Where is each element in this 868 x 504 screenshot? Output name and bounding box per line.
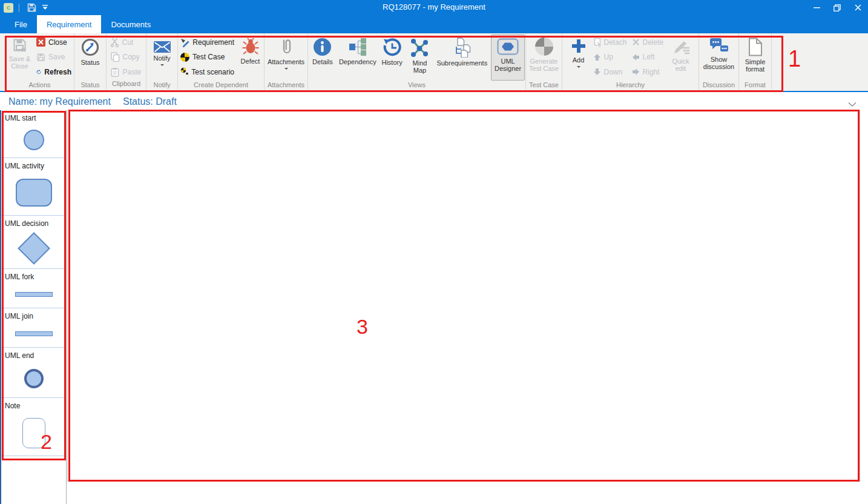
palette-item-uml-decision[interactable]: UML decision <box>1 216 66 269</box>
restore-button[interactable] <box>827 0 847 15</box>
ribbon-group-status: Status Status <box>74 33 107 90</box>
main-area: UML start UML activity UML decision UML … <box>0 110 868 504</box>
palette-item-uml-activity[interactable]: UML activity <box>1 158 66 216</box>
palette-item-uml-fork[interactable]: UML fork <box>1 269 66 308</box>
group-label-actions: Actions <box>6 81 73 90</box>
group-label-status: Status <box>75 81 105 90</box>
details-button[interactable]: Details <box>309 35 337 81</box>
uml-designer-button[interactable]: UML Designer <box>491 35 525 81</box>
attachments-dropdown-arrow-icon <box>284 68 288 71</box>
down-button[interactable]: Down <box>591 65 629 79</box>
copy-icon <box>110 52 120 62</box>
save-button[interactable]: Save <box>35 50 73 64</box>
notify-button[interactable]: Notify <box>148 35 177 81</box>
arrow-up-icon <box>593 53 601 61</box>
right-button[interactable]: Right <box>630 65 666 79</box>
delete-x-icon <box>632 38 640 46</box>
ribbon-group-create-dependent: Requirement Test Case <box>178 33 265 90</box>
create-defect-button[interactable]: Defect <box>237 35 263 81</box>
window-title: RQ128077 - my Requirement <box>0 2 868 12</box>
create-requirement-button[interactable]: Requirement <box>179 35 236 49</box>
quick-access-save-button[interactable] <box>25 2 38 14</box>
details-info-icon <box>313 38 332 56</box>
save-close-icon <box>12 38 28 53</box>
arrow-left-icon <box>632 53 640 61</box>
cut-button[interactable]: Cut <box>108 35 145 49</box>
close-button[interactable]: Close <box>35 35 73 49</box>
simple-format-button[interactable]: Simple format <box>740 35 771 81</box>
test-case-icon <box>180 53 189 62</box>
info-bar: Name: my Requirement Status: Draft <box>0 93 868 110</box>
left-button[interactable]: Left <box>630 50 666 64</box>
uml-activity-shape-icon <box>16 179 52 207</box>
attachments-button[interactable]: Attachments <box>266 35 307 81</box>
uml-designer-canvas[interactable] <box>67 110 860 482</box>
show-discussion-button[interactable]: Show discussion <box>700 35 738 81</box>
ribbon-group-attachments: Attachments Attachments <box>265 33 308 90</box>
group-label-create-dependent: Create Dependent <box>179 81 263 90</box>
detach-button[interactable]: Detach <box>591 35 629 49</box>
quick-edit-pencil-icon <box>672 38 690 56</box>
notify-dropdown-arrow-icon <box>160 64 164 68</box>
quick-edit-button[interactable]: Quick edit <box>668 35 694 81</box>
ribbon-group-test-case: Generate Test Case Test Case <box>526 33 562 90</box>
palette-item-label: UML decision <box>1 216 66 228</box>
arrow-down-icon <box>593 68 601 76</box>
titlebar-separator <box>19 4 19 12</box>
minimize-button[interactable] <box>806 0 827 15</box>
chevron-down-icon <box>42 5 48 10</box>
ribbon-group-discussion: Show discussion Discussion <box>699 33 739 90</box>
palette-item-uml-end[interactable]: UML end <box>1 348 66 398</box>
create-test-case-button[interactable]: Test Case <box>179 50 236 64</box>
group-label-notify: Notify <box>147 81 177 90</box>
notify-envelope-icon <box>154 41 171 53</box>
add-plus-icon <box>570 38 587 55</box>
tab-requirement[interactable]: Requirement <box>37 15 101 33</box>
generate-test-case-button[interactable]: Generate Test Case <box>527 35 561 81</box>
title-bar: c RQ128077 - my Requirement <box>0 0 868 15</box>
mind-map-button[interactable]: Mind Map <box>407 35 433 81</box>
ribbon-group-views: Details Dependency <box>308 33 526 90</box>
close-window-button[interactable] <box>847 0 868 15</box>
status-button[interactable]: Status <box>76 35 105 81</box>
history-clock-icon <box>383 38 402 57</box>
ribbon-group-clipboard: Cut Copy <box>107 33 146 90</box>
palette-item-label: UML join <box>1 308 66 320</box>
detach-icon <box>593 38 601 47</box>
tab-file[interactable]: File <box>5 15 37 33</box>
app-logo-icon[interactable]: c <box>4 3 13 13</box>
close-red-icon <box>36 38 45 47</box>
ribbon-group-notify: Notify Notify <box>146 33 178 90</box>
save-and-close-button[interactable]: Save & Close <box>6 35 33 81</box>
dependency-button[interactable]: Dependency <box>338 35 378 81</box>
chevron-down-icon <box>847 102 857 107</box>
application-window: c RQ128077 - my Requirement <box>0 0 868 504</box>
group-label-format: Format <box>740 81 771 90</box>
group-label-discussion: Discussion <box>700 81 738 90</box>
uml-join-shape-icon <box>15 331 53 336</box>
ribbon-group-hierarchy: Add Detach Up <box>562 33 699 90</box>
palette-item-label: UML fork <box>1 269 66 281</box>
tab-documents[interactable]: Documents <box>101 15 160 33</box>
requirement-pencil-icon <box>180 38 189 47</box>
history-button[interactable]: Mind Map History <box>379 35 406 81</box>
palette-item-uml-join[interactable]: UML join <box>1 308 66 348</box>
collapse-panel-button[interactable] <box>847 99 857 110</box>
paste-clipboard-icon <box>110 67 120 77</box>
palette-item-label: UML end <box>1 348 66 360</box>
refresh-button[interactable]: Refresh <box>35 65 73 79</box>
quick-access-customize-button[interactable] <box>38 2 51 14</box>
copy-button[interactable]: Copy <box>108 50 145 64</box>
uml-start-shape-icon <box>24 130 44 150</box>
up-button[interactable]: Up <box>591 50 629 64</box>
palette-item-note[interactable]: Note <box>1 398 66 456</box>
ribbon: Save & Close Close <box>0 33 868 92</box>
create-test-scenario-button[interactable]: Test scenario <box>179 65 236 79</box>
subrequirements-button[interactable]: Subrequirements <box>434 35 490 81</box>
ribbon-group-format: Simple format Format <box>739 33 772 90</box>
paste-button[interactable]: Paste <box>108 65 145 79</box>
window-controls <box>806 0 868 15</box>
delete-button[interactable]: Delete <box>630 35 666 49</box>
palette-item-uml-start[interactable]: UML start <box>1 110 66 158</box>
add-button[interactable]: Add <box>567 35 590 81</box>
